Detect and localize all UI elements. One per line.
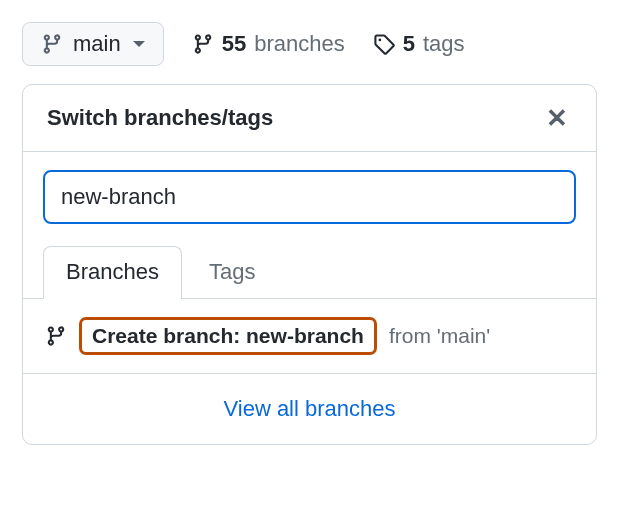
branch-search-input[interactable] <box>43 170 576 224</box>
branch-icon <box>41 33 63 55</box>
tags-link[interactable]: 5 tags <box>373 31 465 57</box>
create-branch-from: from 'main' <box>389 324 490 348</box>
close-icon[interactable]: ✕ <box>542 101 572 135</box>
tag-count-label: tags <box>423 31 465 57</box>
caret-down-icon <box>133 41 145 47</box>
branch-count: 55 <box>222 31 246 57</box>
tag-count: 5 <box>403 31 415 57</box>
branches-link[interactable]: 55 branches <box>192 31 345 57</box>
branch-count-label: branches <box>254 31 345 57</box>
create-branch-item[interactable]: Create branch: new-branch from 'main' <box>23 299 596 374</box>
branch-selector-button[interactable]: main <box>22 22 164 66</box>
branch-icon <box>45 325 67 347</box>
current-branch-label: main <box>73 31 121 57</box>
popover-title: Switch branches/tags <box>47 105 273 131</box>
tab-branches[interactable]: Branches <box>43 246 182 299</box>
view-all-branches-link[interactable]: View all branches <box>23 374 596 444</box>
tag-icon <box>373 33 395 55</box>
branch-icon <box>192 33 214 55</box>
create-branch-highlight: Create branch: new-branch <box>79 317 377 355</box>
branch-switcher-popover: Switch branches/tags ✕ Branches Tags Cre… <box>22 84 597 445</box>
tab-tags[interactable]: Tags <box>186 246 278 299</box>
